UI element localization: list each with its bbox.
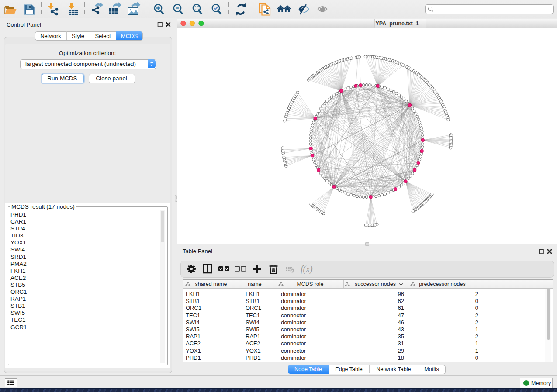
svg-text:f(x): f(x): [301, 264, 313, 274]
